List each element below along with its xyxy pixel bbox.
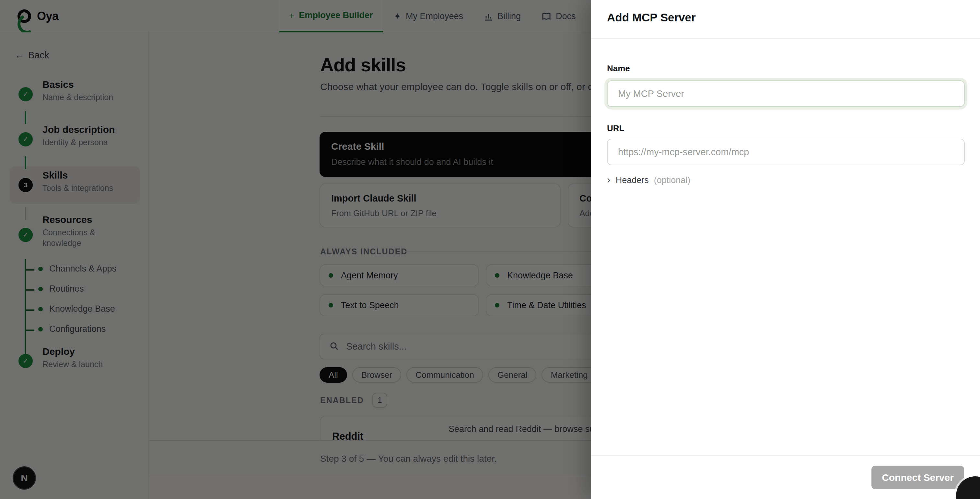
url-input[interactable]: https://my-mcp-server.com/mcp bbox=[607, 139, 965, 165]
connect-server-button[interactable]: Connect Server bbox=[872, 466, 964, 489]
name-input[interactable]: My MCP Server bbox=[607, 80, 965, 107]
headers-optional-label: (optional) bbox=[654, 175, 690, 185]
panel-header-divider bbox=[591, 38, 980, 38]
name-field-label: Name bbox=[607, 64, 630, 73]
panel-title: Add MCP Server bbox=[607, 11, 696, 24]
screen: Oya + Employee Builder ✦ My Employees Bi… bbox=[0, 0, 980, 499]
panel-footer-divider bbox=[591, 455, 980, 456]
url-field-label: URL bbox=[607, 124, 624, 133]
headers-toggle[interactable]: › Headers (optional) bbox=[607, 175, 690, 185]
name-placeholder: My MCP Server bbox=[618, 89, 684, 99]
headers-label: Headers bbox=[616, 175, 649, 185]
url-placeholder: https://my-mcp-server.com/mcp bbox=[618, 147, 749, 157]
chevron-right-icon: › bbox=[607, 174, 611, 185]
add-mcp-server-panel: Add MCP Server Name My MCP Server URL ht… bbox=[591, 0, 980, 499]
